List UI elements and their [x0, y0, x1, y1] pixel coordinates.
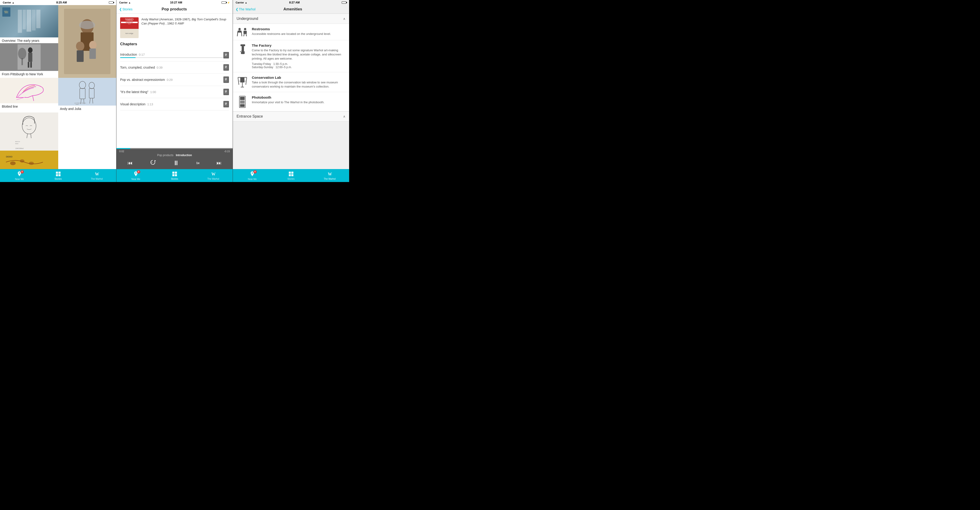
tab-stories-1[interactable]: Stories [39, 169, 78, 182]
chapter-doc-icon-visual [223, 101, 229, 107]
back-button-2[interactable]: ❮ Stories [119, 7, 133, 11]
amenity-item-factory: The Factory Come to the Factory to try o… [233, 40, 349, 72]
svg-rect-80 [240, 77, 244, 83]
status-bar-2: Carrier ▲ 10:27 AM ⚡ [116, 0, 233, 5]
svg-point-8 [28, 48, 33, 53]
tab-stories-3[interactable]: Stories [272, 169, 310, 182]
chapter-item-intro[interactable]: Introduction 0:17 [120, 49, 229, 62]
chevron-down-icon: ∧ [343, 114, 345, 118]
chapter-doc-icon-torn [223, 64, 229, 71]
artwork-thumbnail: Campbell's CONDENSED PEPPER POT SOUP tor… [120, 17, 138, 38]
section-header-entrance[interactable]: Entrance Space ∧ [233, 111, 349, 121]
chapter-doc-icon-intro [223, 52, 229, 59]
near-me-icon-1: 0 [17, 171, 22, 177]
tab-stories-2[interactable]: Stories [155, 169, 194, 182]
warhol-icon-3: W [327, 172, 332, 177]
badge-near-me-2: 0 [137, 170, 140, 173]
svg-rect-11 [30, 62, 32, 68]
status-bar-3: Carrier ▲ 8:27 AM [233, 0, 349, 5]
amenity-name-conservation: Conservation Lab [252, 76, 345, 79]
svg-point-70 [239, 28, 241, 30]
tab-label-warhol-2: The Warhol [207, 178, 219, 180]
svg-rect-17 [80, 89, 85, 99]
tab-label-warhol-3: The Warhol [324, 178, 336, 180]
svg-rect-67 [172, 174, 174, 176]
carrier-2: Carrier [119, 1, 127, 4]
svg-rect-68 [175, 174, 177, 176]
svg-point-73 [244, 28, 246, 30]
factory-icon [237, 44, 248, 56]
svg-text:W: W [328, 172, 332, 176]
tab-warhol-1[interactable]: W The Warhol [77, 169, 116, 182]
status-bar-1: Carrier ▲ 8:25 AM [0, 0, 116, 5]
svg-line-84 [246, 77, 247, 85]
chapters-title: Chapters [120, 42, 229, 46]
svg-rect-10 [28, 62, 29, 68]
svg-rect-74 [243, 31, 247, 34]
chapter-item-pop-vs[interactable]: Pop vs. abstract expressionism 0:29 [120, 74, 229, 86]
tab-label-near-me-1: Near Me [15, 178, 24, 180]
player-current-time: 0:02 [119, 150, 124, 153]
svg-text:BEACH: BEACH [15, 141, 20, 142]
svg-point-33 [10, 162, 16, 165]
svg-rect-6 [89, 49, 96, 59]
tab-bar-2: 0 Near Me Stories W The Warhol [116, 169, 233, 182]
chapter-item-latest[interactable]: "It's the latest thing" 1:00 [120, 86, 229, 98]
tab-near-me-3[interactable]: 0 Near Me [233, 169, 272, 182]
amenity-desc-conservation: Take a look through the conservation lab… [252, 80, 345, 89]
play-pause-button[interactable]: ⏸ [173, 159, 179, 167]
story-card-pittsburgh[interactable]: From Pittsburgh to New York [0, 43, 58, 78]
story-card-blotted[interactable]: Blotted line [0, 78, 58, 113]
tab-label-near-me-3: Near Me [248, 178, 257, 180]
tab-near-me-1[interactable]: 0 Near Me [0, 169, 39, 182]
near-me-icon-2: 0 [133, 171, 138, 177]
svg-rect-90 [240, 100, 245, 104]
chapter-progress-fill [120, 57, 135, 58]
chapter-item-visual[interactable]: Visual description 1:13 [120, 98, 229, 110]
screen-stories-list: Carrier ▲ 8:25 AM 1920s–1960s [0, 0, 116, 182]
skip-forward-button[interactable]: ⏭ [216, 160, 221, 166]
amenities-content: Underground ∧ [233, 14, 349, 169]
story-label-pittsburgh: From Pittsburgh to New York [0, 71, 58, 78]
time-2: 10:27 AM [170, 1, 182, 4]
svg-rect-95 [289, 174, 291, 176]
svg-rect-4 [77, 50, 84, 62]
story-card-sketch[interactable]: BEACH MUD 1946 BMod [0, 113, 58, 151]
svg-rect-77 [240, 44, 245, 46]
time-3: 8:27 AM [289, 1, 300, 4]
speed-button[interactable]: 1x [196, 161, 199, 165]
svg-rect-94 [291, 172, 293, 174]
svg-text:1946 BMod: 1946 BMod [15, 148, 24, 149]
badge-near-me-1: 0 [21, 170, 24, 173]
svg-rect-13 [21, 58, 23, 65]
story-label-julia: Andy and Julia [58, 106, 116, 113]
svg-rect-46 [224, 65, 228, 70]
skip-back-button[interactable]: ⏮ [127, 160, 133, 166]
svg-point-5 [89, 41, 97, 49]
svg-line-83 [238, 77, 239, 85]
svg-point-26 [22, 118, 36, 134]
chapter-item-torn[interactable]: Torn, crumpled, crushed 0:39 [120, 62, 229, 74]
svg-text:MUD: MUD [15, 143, 19, 145]
svg-rect-39 [56, 174, 58, 176]
stories-icon-1 [56, 172, 61, 177]
story-label-blotted: Blotted line [0, 103, 58, 110]
svg-point-35 [29, 162, 34, 165]
story-card-julia[interactable]: and Warhol Mother 1950 Andy and Julia [58, 78, 116, 113]
wifi-icon-2: ▲ [129, 2, 131, 4]
player-progress-bar[interactable] [116, 148, 233, 149]
article-hero: Campbell's CONDENSED PEPPER POT SOUP tor… [120, 17, 229, 38]
replay-5-button[interactable]: 5 [150, 159, 156, 167]
amenity-name-factory: The Factory [252, 43, 345, 48]
battery-icon-3 [342, 2, 346, 4]
svg-rect-93 [289, 172, 291, 174]
back-button-3[interactable]: ❮ The Warhol [235, 7, 256, 11]
section-header-underground[interactable]: Underground ∧ [233, 14, 349, 24]
tab-warhol-3[interactable]: W The Warhol [310, 169, 349, 182]
tab-near-me-2[interactable]: 0 Near Me [116, 169, 155, 182]
tab-warhol-2[interactable]: W The Warhol [194, 169, 233, 182]
story-card-early-years[interactable]: 1920s–1960s Overview: The early years [0, 5, 58, 43]
svg-rect-9 [28, 52, 32, 62]
story-card-childhood[interactable]: Childhood [58, 5, 116, 78]
svg-rect-38 [59, 172, 60, 174]
